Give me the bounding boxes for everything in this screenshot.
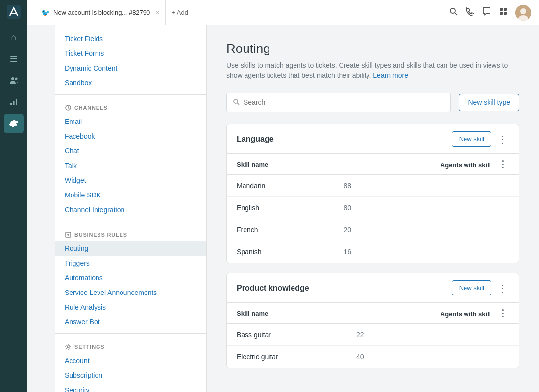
skill-card-language-title: Language (237, 135, 452, 144)
skill-name: French (227, 219, 334, 241)
sidebar-item-ticket-forms[interactable]: Ticket Forms (55, 46, 206, 61)
global-search-icon[interactable] (449, 7, 458, 18)
skill-card-product-knowledge-header: Product knowledge New skill ⋮ (227, 273, 519, 303)
skill-name: Mandarin (227, 175, 334, 197)
learn-more-link[interactable]: Learn more (373, 72, 408, 79)
sidebar-item-automations[interactable]: Automations (55, 270, 206, 285)
pk-column-more-icon[interactable]: ⋮ (496, 307, 509, 319)
svg-rect-2 (10, 58, 17, 59)
svg-rect-11 (500, 8, 503, 11)
tab-text: New account is blocking... #82790 (53, 9, 150, 16)
agent-count: 16 (334, 241, 519, 263)
sidebar-item-facebook[interactable]: Facebook (55, 129, 206, 144)
sidebar-item-widget[interactable]: Widget (55, 173, 206, 188)
svg-rect-12 (504, 8, 507, 11)
app-logo (6, 4, 22, 20)
svg-rect-7 (13, 101, 15, 105)
sidebar-item-triggers[interactable]: Triggers (55, 256, 206, 270)
sidebar-item-channel-integration[interactable]: Channel Integration (55, 202, 206, 217)
sidebar-item-email[interactable]: Email (55, 114, 206, 129)
pk-agents-with-skill-column-header: Agents with skill ⋮ (346, 303, 519, 324)
table-row: Electric guitar40 (227, 346, 519, 368)
sidebar-item-security[interactable]: Security (55, 383, 206, 392)
search-box (226, 93, 451, 112)
svg-line-10 (455, 13, 457, 15)
table-row: English80 (227, 197, 519, 219)
new-skill-type-button[interactable]: New skill type (459, 94, 519, 111)
skill-name: Bass guitar (227, 324, 346, 346)
users-icon[interactable] (4, 71, 24, 90)
svg-point-9 (450, 8, 455, 13)
svg-point-4 (11, 77, 14, 80)
sidebar-item-answer-bot[interactable]: Answer Bot (55, 315, 206, 329)
svg-point-5 (15, 78, 18, 80)
svg-rect-13 (500, 12, 503, 15)
language-new-skill-button[interactable]: New skill (452, 131, 491, 147)
svg-rect-8 (16, 99, 17, 105)
sidebar-item-account[interactable]: Account (55, 353, 206, 368)
sidebar: Ticket Fields Ticket Forms Dynamic Conte… (55, 25, 207, 392)
sidebar-section-settings: SETTINGS Account Subscription Security (55, 338, 206, 392)
table-row: Spanish16 (227, 241, 519, 263)
agent-count: 20 (334, 219, 519, 241)
top-bar-right (449, 5, 531, 21)
svg-rect-1 (10, 56, 17, 57)
settings-icon[interactable] (4, 114, 24, 133)
agent-count: 40 (346, 346, 519, 368)
channels-header: CHANNELS (55, 98, 206, 114)
sidebar-item-dynamic-content[interactable]: Dynamic Content (55, 61, 206, 75)
svg-point-20 (67, 346, 69, 348)
business-rules-header: BUSINESS RULES (55, 225, 206, 241)
sidebar-item-rule-analysis[interactable]: Rule Analysis (55, 300, 206, 315)
sidebar-item-mobile-sdk[interactable]: Mobile SDK (55, 188, 206, 202)
top-bar: 🐦 New account is blocking... #82790 × + … (27, 0, 539, 25)
phone-icon[interactable] (466, 7, 474, 18)
table-row: Bass guitar22 (227, 324, 519, 346)
language-skill-table: Skill name Agents with skill ⋮ Mandarin8… (227, 154, 519, 263)
chat-icon[interactable] (482, 7, 491, 18)
skill-card-language: Language New skill ⋮ Skill name Agents w… (226, 124, 519, 263)
agent-count: 80 (334, 197, 519, 219)
sidebar-item-sandbox[interactable]: Sandbox (55, 75, 206, 90)
svg-rect-6 (10, 103, 12, 105)
tickets-icon[interactable] (4, 49, 24, 69)
search-input[interactable] (244, 98, 444, 106)
settings-header: SETTINGS (55, 338, 206, 353)
svg-line-22 (238, 103, 240, 105)
search-action-row: New skill type (226, 93, 519, 112)
svg-rect-14 (504, 12, 507, 15)
home-icon[interactable]: ⌂ (4, 27, 24, 47)
twitter-icon: 🐦 (41, 9, 49, 17)
icon-bar: ⌂ (0, 0, 27, 392)
agent-count: 88 (334, 175, 519, 197)
avatar[interactable] (515, 5, 531, 21)
svg-point-21 (234, 99, 238, 103)
reports-icon[interactable] (4, 92, 24, 112)
grid-icon[interactable] (499, 7, 508, 18)
product-knowledge-table-header-row: Skill name Agents with skill ⋮ (227, 303, 519, 324)
active-tab[interactable]: 🐦 New account is blocking... #82790 × (35, 0, 166, 25)
product-knowledge-new-skill-button[interactable]: New skill (452, 280, 491, 295)
skill-name: English (227, 197, 334, 219)
language-column-more-icon[interactable]: ⋮ (496, 158, 509, 170)
page-title: Routing (226, 41, 519, 56)
sidebar-item-chat[interactable]: Chat (55, 144, 206, 158)
product-knowledge-more-options-icon[interactable]: ⋮ (495, 282, 509, 294)
table-row: Mandarin88 (227, 175, 519, 197)
tab-close-button[interactable]: × (156, 9, 159, 16)
language-more-options-icon[interactable]: ⋮ (495, 133, 509, 145)
skill-name: Spanish (227, 241, 334, 263)
add-tab-button[interactable]: + Add (166, 9, 194, 16)
sidebar-divider-2 (55, 221, 206, 221)
sidebar-divider-1 (55, 94, 206, 95)
sidebar-item-talk[interactable]: Talk (55, 158, 206, 173)
sidebar-item-sla[interactable]: Service Level Announcements (55, 285, 206, 300)
product-knowledge-skill-table: Skill name Agents with skill ⋮ Bass guit… (227, 303, 519, 368)
agent-count: 22 (346, 324, 519, 346)
sidebar-item-ticket-fields[interactable]: Ticket Fields (55, 31, 206, 46)
sidebar-item-routing[interactable]: Routing (55, 241, 206, 256)
pk-skill-name-column-header: Skill name (227, 303, 346, 324)
sidebar-item-subscription[interactable]: Subscription (55, 368, 206, 383)
skill-name: Electric guitar (227, 346, 346, 368)
skill-card-product-knowledge: Product knowledge New skill ⋮ Skill name… (226, 273, 519, 368)
